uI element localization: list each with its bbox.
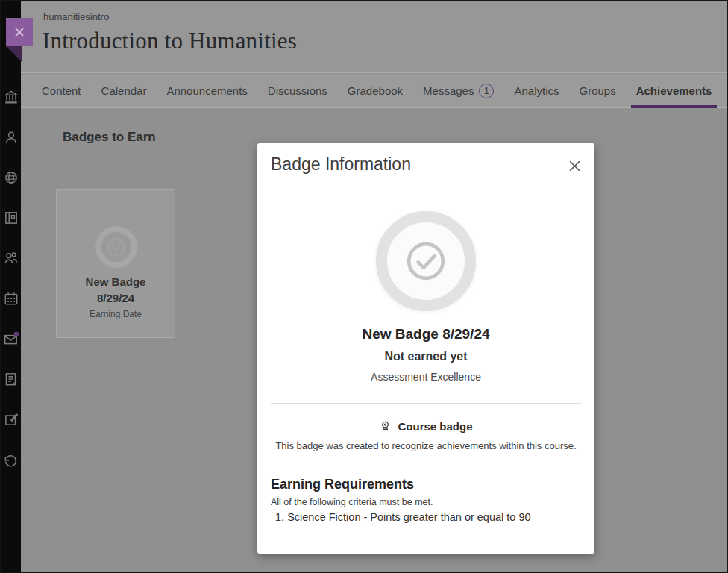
modal-badge-category: Assessment Excellence bbox=[257, 371, 594, 383]
tab-messages[interactable]: Messages 1 bbox=[423, 74, 494, 108]
global-sidebar bbox=[0, 0, 21, 573]
calendar-icon[interactable] bbox=[3, 290, 19, 307]
badge-large-ring bbox=[376, 211, 476, 311]
activity-icon[interactable] bbox=[3, 210, 19, 226]
modal-badge-name: New Badge 8/29/24 bbox=[257, 326, 594, 342]
badge-ring bbox=[95, 226, 137, 268]
tab-calendar[interactable]: Calendar bbox=[101, 74, 147, 108]
modal-title: Badge Information bbox=[271, 154, 411, 175]
close-flag-fold bbox=[6, 46, 22, 62]
close-course-x-icon: ✕ bbox=[13, 25, 25, 40]
tab-groups[interactable]: Groups bbox=[579, 74, 615, 108]
earning-requirements-list: Science Fiction - Points greater than or… bbox=[275, 511, 531, 523]
profile-icon[interactable] bbox=[3, 129, 19, 145]
tab-discussions[interactable]: Discussions bbox=[268, 74, 327, 108]
badge-check-icon bbox=[105, 236, 128, 258]
app-window: ✕ humanitiesintro Introduction to Humani… bbox=[0, 0, 728, 573]
earning-requirements-heading: Earning Requirements bbox=[271, 477, 414, 492]
modal-close-button[interactable] bbox=[565, 156, 584, 175]
grades-icon[interactable] bbox=[3, 371, 19, 387]
course-nav: Content Calendar Announcements Discussio… bbox=[21, 74, 728, 108]
close-icon bbox=[567, 158, 583, 174]
tab-announcements[interactable]: Announcements bbox=[166, 74, 247, 108]
badge-scope-label: Course badge bbox=[398, 420, 472, 433]
tab-achievements[interactable]: Achievements bbox=[636, 74, 712, 108]
award-icon bbox=[379, 420, 392, 433]
globe-icon[interactable] bbox=[3, 169, 19, 186]
messages-count-badge: 1 bbox=[479, 84, 494, 98]
badge-information-modal: Badge Information New Badge 8/29/24 Not … bbox=[257, 143, 594, 554]
active-tab-underline bbox=[631, 105, 718, 108]
modal-divider bbox=[271, 403, 581, 404]
tab-gradebook[interactable]: Gradebook bbox=[348, 74, 403, 108]
tools-icon[interactable] bbox=[3, 411, 19, 428]
close-course-button[interactable]: ✕ bbox=[6, 18, 33, 46]
badge-card[interactable]: New Badge 8/29/24 Earning Date bbox=[56, 189, 175, 338]
course-header: humanitiesintro Introduction to Humaniti… bbox=[21, 0, 728, 73]
badge-card-date: 8/29/24 bbox=[57, 292, 175, 304]
modal-badge-status: Not earned yet bbox=[257, 350, 594, 363]
badge-large-check-icon bbox=[401, 237, 451, 286]
section-title: Badges to Earn bbox=[63, 130, 156, 145]
tab-analytics[interactable]: Analytics bbox=[514, 74, 559, 108]
recent-activity-icon[interactable] bbox=[3, 452, 19, 469]
requirement-item: Science Fiction - Points greater than or… bbox=[275, 511, 531, 523]
badge-scope-description: This badge was created to recognize achi… bbox=[257, 440, 594, 451]
page-title: Introduction to Humanities bbox=[43, 28, 297, 54]
institution-icon[interactable] bbox=[3, 89, 19, 105]
earning-requirements-note: All of the following criteria must be me… bbox=[271, 497, 433, 507]
tab-content[interactable]: Content bbox=[42, 74, 81, 108]
groups-icon[interactable] bbox=[3, 250, 19, 266]
messages-icon[interactable] bbox=[3, 331, 19, 347]
badge-scope-row: Course badge bbox=[257, 420, 594, 433]
badge-card-title: New Badge bbox=[57, 275, 175, 288]
badge-card-subtitle: Earning Date bbox=[57, 309, 175, 319]
course-id: humanitiesintro bbox=[43, 11, 109, 22]
